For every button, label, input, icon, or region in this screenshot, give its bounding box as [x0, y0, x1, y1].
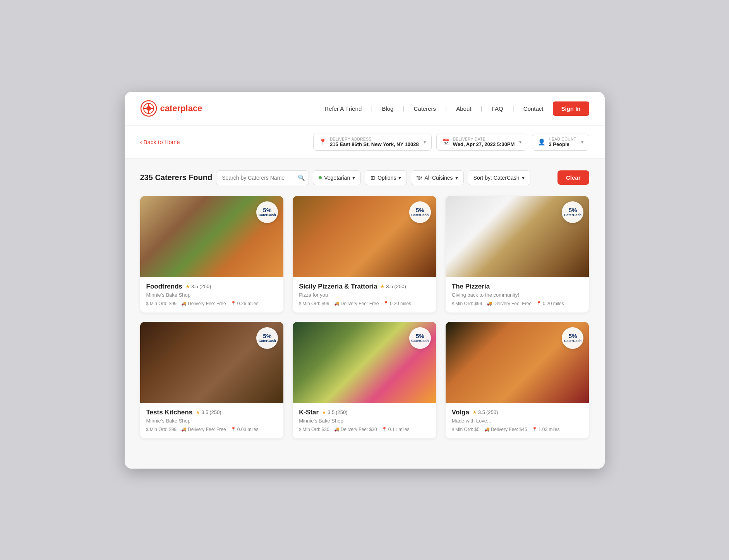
- caterer-card[interactable]: 5% CaterCash K-Star ★ 3.5 (250) Minnie's…: [293, 322, 436, 438]
- card-meta: $ Min Ord: $99 🚚 Delivery Fee: Free 📍 0.…: [146, 301, 278, 306]
- pin-icon: 📍: [532, 427, 537, 432]
- catercash-label: CaterCash: [259, 339, 276, 343]
- card-meta: $ Min Ord: $99 🚚 Delivery Fee: Free 📍 0.…: [146, 427, 278, 432]
- card-name: Sicily Pizzeria & Trattoria: [299, 283, 377, 290]
- signin-button[interactable]: Sign In: [553, 101, 589, 116]
- min-order: $ Min Ord: $99: [146, 427, 177, 432]
- catercash-badge: 5% CaterCash: [409, 201, 431, 223]
- caterer-card[interactable]: 5% CaterCash Foodtrends ★ 3.5 (250) Minn…: [140, 196, 284, 313]
- pin-icon: 📍: [536, 301, 542, 306]
- catercash-percent: 5%: [416, 207, 424, 214]
- chevron-down-veg-icon: ▾: [352, 175, 355, 181]
- pin-icon: 📍: [383, 301, 389, 306]
- delivery-address-value: 215 East 86th St, New York, NY 10028: [330, 141, 419, 147]
- nav-about[interactable]: About: [456, 105, 471, 112]
- card-body: Foodtrends ★ 3.5 (250) Minnie's Bake Sho…: [140, 277, 284, 313]
- card-subtitle: Pizza for you: [299, 292, 430, 298]
- search-icon: 🔍: [298, 174, 305, 181]
- distance: 📍 0.03 miles: [231, 427, 259, 432]
- vegetarian-dot-icon: [319, 176, 322, 179]
- truck-icon: 🚚: [181, 301, 187, 306]
- search-input-wrap: 🔍: [216, 170, 309, 185]
- delivery-address-label: DELIVERY ADDRESS: [330, 137, 419, 141]
- caterer-card[interactable]: 5% CaterCash Tests Kitchens ★ 3.5 (250) …: [140, 322, 284, 438]
- card-image-wrap: 5% CaterCash: [140, 322, 284, 403]
- nav-blog[interactable]: Blog: [382, 105, 393, 112]
- clear-button[interactable]: Clear: [557, 170, 589, 185]
- vegetarian-filter[interactable]: Vegetarian ▾: [313, 170, 361, 185]
- card-body: Volga ★ 3.5 (250) Made with Love... $ Mi…: [446, 403, 589, 438]
- head-count-label: HEAD COUNT: [549, 137, 576, 141]
- min-order: $ Min Ord: $99: [146, 301, 177, 306]
- star-icon: ★: [196, 409, 200, 415]
- card-body: K-Star ★ 3.5 (250) Minnie's Bake Shop $ …: [293, 403, 436, 438]
- head-count-pill[interactable]: 👤 HEAD COUNT 3 People ▾: [532, 134, 589, 151]
- star-icon: ★: [380, 283, 385, 289]
- search-input[interactable]: [216, 170, 309, 185]
- card-name: Tests Kitchens: [146, 409, 193, 416]
- dollar-icon: $: [452, 427, 454, 432]
- truck-icon: 🚚: [181, 427, 187, 432]
- head-count-value: 3 People: [549, 141, 576, 147]
- nav-faq[interactable]: FAQ: [492, 105, 503, 112]
- truck-icon: 🚚: [484, 427, 490, 432]
- catercash-percent: 5%: [569, 333, 577, 340]
- cuisine-icon: 🍽: [417, 175, 422, 181]
- nav-contact[interactable]: Contact: [523, 105, 544, 112]
- caterer-card[interactable]: 5% CaterCash Sicily Pizzeria & Trattoria…: [293, 196, 436, 313]
- card-body: The Pizzeria Giving back to the communit…: [446, 277, 589, 313]
- back-to-home-link[interactable]: ‹ Back to Home: [140, 139, 180, 145]
- options-icon: ⊞: [371, 175, 375, 181]
- info-pills: 📍 DELIVERY ADDRESS 215 East 86th St, New…: [313, 134, 589, 151]
- card-name: Volga: [452, 409, 469, 416]
- card-meta: $ Min Ord: $99 🚚 Delivery Fee: Free 📍 0.…: [299, 301, 430, 306]
- catercash-badge: 5% CaterCash: [562, 327, 583, 349]
- dollar-icon: $: [146, 301, 149, 306]
- card-subtitle: Minnie's Bake Shop: [146, 292, 278, 298]
- catercash-label: CaterCash: [411, 339, 429, 343]
- all-cuisines-filter[interactable]: 🍽 All Cuisines ▾: [411, 170, 463, 185]
- star-icon: ★: [472, 409, 477, 415]
- card-subtitle: Minnie's Bake Shop: [299, 418, 430, 424]
- card-subtitle: Minnie's Bake Shop: [146, 418, 278, 424]
- browser-window: caterplace Refer A Friend | Blog | Cater…: [125, 92, 605, 469]
- card-name-row: Volga ★ 3.5 (250): [452, 409, 583, 416]
- star-icon: ★: [322, 409, 326, 415]
- caterer-card[interactable]: 5% CaterCash Volga ★ 3.5 (250) Made with…: [446, 322, 589, 438]
- card-image-wrap: 5% CaterCash: [140, 196, 284, 277]
- delivery-date-value: Wed, Apr 27, 2022 5:30PM: [453, 141, 515, 147]
- chevron-down-icon: ▾: [424, 139, 426, 145]
- chevron-down-icon-2: ▾: [519, 139, 521, 145]
- nav-caterers[interactable]: Caterers: [414, 105, 436, 112]
- catercash-badge: 5% CaterCash: [256, 201, 278, 223]
- chevron-left-icon: ‹: [140, 139, 142, 145]
- card-name-row: Tests Kitchens ★ 3.5 (250): [146, 409, 278, 416]
- catercash-label: CaterCash: [411, 213, 429, 217]
- delivery-address-pill[interactable]: 📍 DELIVERY ADDRESS 215 East 86th St, New…: [313, 134, 432, 151]
- card-rating: ★ 3.5 (250): [322, 409, 347, 415]
- card-subtitle: Giving back to the community!: [452, 292, 583, 298]
- caterer-card[interactable]: 5% CaterCash The Pizzeria Giving back to…: [446, 196, 589, 313]
- card-rating: ★ 3.5 (250): [196, 409, 221, 415]
- caterers-grid: 5% CaterCash Foodtrends ★ 3.5 (250) Minn…: [140, 196, 589, 438]
- min-order: $ Min Ord: $5: [452, 427, 480, 432]
- catercash-percent: 5%: [263, 207, 271, 214]
- delivery-date-pill[interactable]: 📅 DELIVERY DATE Wed, Apr 27, 2022 5:30PM…: [436, 134, 528, 151]
- sort-filter[interactable]: Sort by: CaterCash ▾: [468, 170, 530, 185]
- search-bar-row: 235 Caterers Found 🔍 Vegetarian ▾ ⊞ Opti…: [140, 170, 589, 185]
- delivery-fee: 🚚 Delivery Fee: $45: [484, 427, 527, 432]
- catercash-label: CaterCash: [564, 339, 581, 343]
- nav-refer[interactable]: Refer A Friend: [324, 105, 362, 112]
- logo[interactable]: caterplace: [140, 100, 202, 117]
- card-name-row: K-Star ★ 3.5 (250): [299, 409, 430, 416]
- chevron-down-options-icon: ▾: [398, 175, 401, 181]
- options-filter[interactable]: ⊞ Options ▾: [365, 170, 407, 185]
- chevron-down-cuisine-icon: ▾: [455, 175, 458, 181]
- card-name: Foodtrends: [146, 283, 183, 290]
- location-icon: 📍: [319, 138, 327, 146]
- card-rating: ★ 3.5 (250): [185, 283, 211, 289]
- min-order: $ Min Ord: $99: [452, 301, 482, 306]
- dollar-icon: $: [146, 427, 149, 432]
- card-image-wrap: 5% CaterCash: [293, 196, 436, 277]
- card-meta: $ Min Ord: $30 🚚 Delivery Fee: $30 📍 0.1…: [299, 427, 430, 432]
